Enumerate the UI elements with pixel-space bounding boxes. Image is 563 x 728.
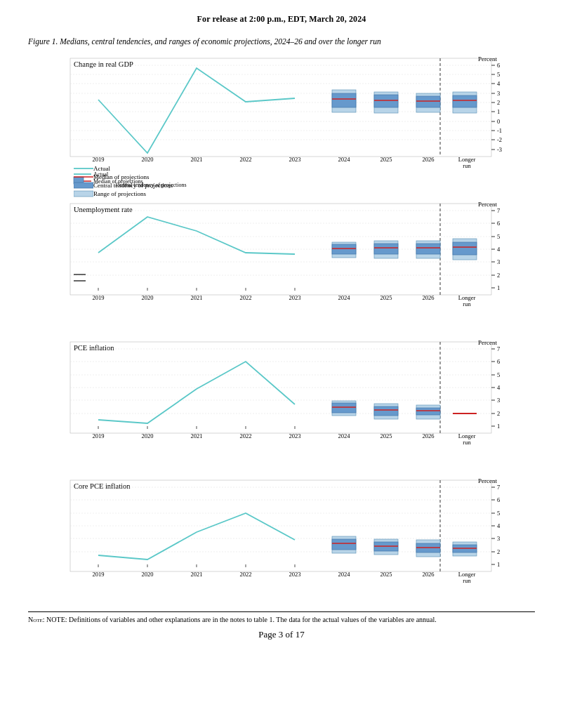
svg-rect-50 bbox=[416, 96, 440, 107]
svg-text:PCE inflation: PCE inflation bbox=[74, 344, 114, 352]
svg-text:2025: 2025 bbox=[380, 156, 392, 163]
svg-rect-158 bbox=[332, 403, 356, 413]
svg-text:3: 3 bbox=[497, 397, 500, 404]
charts-container: Change in real GDP Percent 6 5 4 3 2 bbox=[28, 51, 535, 606]
svg-text:2019: 2019 bbox=[93, 571, 105, 578]
svg-text:2026: 2026 bbox=[423, 571, 435, 578]
svg-text:4: 4 bbox=[497, 522, 501, 529]
svg-text:2020: 2020 bbox=[142, 571, 154, 578]
svg-text:-3: -3 bbox=[497, 146, 502, 153]
svg-text:4: 4 bbox=[497, 80, 501, 87]
svg-text:2026: 2026 bbox=[423, 156, 435, 163]
svg-text:2023: 2023 bbox=[289, 432, 301, 439]
svg-rect-111 bbox=[416, 244, 440, 254]
svg-text:7: 7 bbox=[497, 345, 500, 352]
svg-text:run: run bbox=[463, 300, 471, 307]
svg-text:2019: 2019 bbox=[93, 156, 105, 163]
page-number: Page 3 of 17 bbox=[28, 629, 535, 640]
svg-text:2024: 2024 bbox=[338, 294, 351, 301]
svg-rect-207 bbox=[332, 539, 356, 550]
note-content: NOTE: Definitions of variables and other… bbox=[46, 616, 437, 623]
svg-text:2020: 2020 bbox=[142, 156, 154, 163]
svg-text:2025: 2025 bbox=[380, 571, 392, 578]
svg-rect-108 bbox=[374, 244, 398, 254]
svg-rect-164 bbox=[416, 408, 440, 415]
svg-text:2023: 2023 bbox=[289, 571, 301, 578]
svg-text:2022: 2022 bbox=[240, 432, 252, 439]
svg-text:Percent: Percent bbox=[478, 55, 497, 62]
svg-text:3: 3 bbox=[497, 258, 500, 265]
svg-rect-64 bbox=[74, 191, 93, 197]
svg-text:5: 5 bbox=[497, 510, 500, 517]
svg-text:Percent: Percent bbox=[478, 339, 497, 346]
legend-central-label: Central tendency of projections bbox=[93, 182, 173, 189]
svg-text:2023: 2023 bbox=[289, 294, 301, 301]
svg-text:2021: 2021 bbox=[191, 156, 203, 163]
svg-text:2: 2 bbox=[497, 99, 500, 106]
svg-text:5: 5 bbox=[497, 71, 500, 78]
svg-text:5: 5 bbox=[497, 371, 500, 378]
legend-median-label: Median of projections bbox=[93, 173, 149, 180]
svg-text:2026: 2026 bbox=[423, 294, 435, 301]
svg-text:3: 3 bbox=[497, 535, 500, 542]
svg-text:2: 2 bbox=[497, 272, 500, 279]
svg-rect-63 bbox=[74, 183, 93, 188]
svg-text:Percent: Percent bbox=[478, 477, 497, 484]
svg-text:2025: 2025 bbox=[380, 432, 392, 439]
svg-text:6: 6 bbox=[497, 62, 500, 69]
svg-text:2: 2 bbox=[497, 548, 500, 555]
svg-text:1: 1 bbox=[497, 423, 500, 430]
svg-text:Core PCE inflation: Core PCE inflation bbox=[74, 482, 131, 490]
svg-text:2022: 2022 bbox=[240, 156, 252, 163]
svg-text:2019: 2019 bbox=[93, 294, 105, 301]
chart-gdp: Change in real GDP Percent 6 5 4 3 2 bbox=[28, 51, 535, 188]
svg-text:-2: -2 bbox=[497, 136, 502, 143]
chart-pce: PCE inflation Percent 7 6 5 4 3 2 1 bbox=[28, 335, 535, 465]
svg-text:1: 1 bbox=[497, 561, 500, 568]
svg-text:4: 4 bbox=[497, 246, 501, 253]
svg-text:2024: 2024 bbox=[338, 156, 351, 163]
svg-rect-47 bbox=[374, 95, 398, 107]
svg-text:run: run bbox=[463, 439, 471, 446]
svg-text:run: run bbox=[463, 162, 471, 169]
svg-text:run: run bbox=[463, 577, 471, 584]
svg-text:7: 7 bbox=[497, 484, 500, 491]
svg-text:2021: 2021 bbox=[191, 571, 203, 578]
svg-text:2: 2 bbox=[497, 410, 500, 417]
chart-unemployment: Unemployment rate Percent 7 6 5 4 3 2 1 bbox=[28, 197, 535, 326]
svg-rect-53 bbox=[453, 95, 477, 107]
svg-text:2022: 2022 bbox=[240, 571, 252, 578]
svg-text:2021: 2021 bbox=[191, 432, 203, 439]
note-label: Note: bbox=[28, 616, 45, 623]
svg-text:2019: 2019 bbox=[93, 432, 105, 439]
svg-text:2024: 2024 bbox=[338, 571, 351, 578]
svg-text:6: 6 bbox=[497, 496, 500, 503]
svg-rect-44 bbox=[332, 93, 356, 107]
svg-text:4: 4 bbox=[497, 384, 501, 391]
svg-text:6: 6 bbox=[497, 358, 500, 365]
svg-text:6: 6 bbox=[497, 220, 500, 227]
svg-rect-105 bbox=[332, 244, 356, 254]
legend-central: Central tendency of projections bbox=[74, 182, 173, 189]
legend-median: Median of projections bbox=[74, 173, 173, 180]
svg-text:0: 0 bbox=[497, 118, 500, 125]
svg-text:Percent: Percent bbox=[478, 201, 497, 208]
legend-actual: Actual bbox=[74, 165, 173, 172]
page: For release at 2:00 p.m., EDT, March 20,… bbox=[0, 0, 563, 728]
svg-text:1: 1 bbox=[497, 284, 500, 291]
legend-actual-label: Actual bbox=[93, 165, 110, 172]
svg-text:Change in real GDP: Change in real GDP bbox=[74, 60, 133, 68]
svg-text:3: 3 bbox=[497, 90, 500, 97]
svg-text:2022: 2022 bbox=[240, 294, 252, 301]
note-text: Note: NOTE: Definitions of variables and… bbox=[28, 615, 535, 625]
release-header: For release at 2:00 p.m., EDT, March 20,… bbox=[28, 14, 535, 25]
svg-text:2020: 2020 bbox=[142, 294, 154, 301]
svg-text:2023: 2023 bbox=[289, 156, 301, 163]
svg-text:1: 1 bbox=[497, 108, 500, 115]
svg-text:-1: -1 bbox=[497, 127, 502, 134]
svg-rect-114 bbox=[453, 242, 477, 255]
figure-title: Figure 1. Medians, central tendencies, a… bbox=[28, 37, 535, 46]
chart-corepce: Core PCE inflation Percent 7 6 5 4 3 2 1 bbox=[28, 473, 535, 603]
svg-text:2021: 2021 bbox=[191, 294, 203, 301]
svg-text:7: 7 bbox=[497, 207, 500, 214]
